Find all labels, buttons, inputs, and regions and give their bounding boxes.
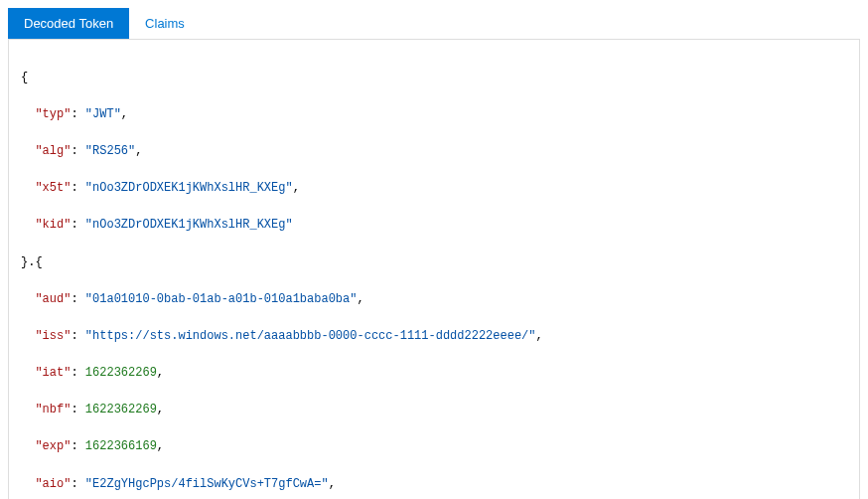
code-line: "kid": "nOo3ZDrODXEK1jKWhXslHR_KXEg"	[21, 216, 847, 235]
code-line: "aud": "01a01010-0bab-01ab-a01b-010a1bab…	[21, 290, 847, 309]
code-line: "exp": 1622366169,	[21, 437, 847, 456]
code-line: }.{	[21, 253, 847, 272]
code-line: "iss": "https://sts.windows.net/aaaabbbb…	[21, 327, 847, 346]
token-content: { "typ": "JWT", "alg": "RS256", "x5t": "…	[8, 40, 860, 499]
code-line: "alg": "RS256",	[21, 142, 847, 161]
tab-decoded-token[interactable]: Decoded Token	[8, 8, 129, 39]
code-line: "iat": 1622362269,	[21, 364, 847, 383]
code-line: "typ": "JWT",	[21, 105, 847, 124]
code-line: "x5t": "nOo3ZDrODXEK1jKWhXslHR_KXEg",	[21, 179, 847, 198]
code-line: {	[21, 69, 847, 87]
code-line: "nbf": 1622362269,	[21, 401, 847, 419]
code-line: "aio": "E2ZgYHgcPps/4filSwKyCVs+T7gfCwA=…	[21, 475, 847, 494]
tabs-bar: Decoded Token Claims	[8, 8, 860, 40]
tab-claims[interactable]: Claims	[129, 8, 201, 39]
